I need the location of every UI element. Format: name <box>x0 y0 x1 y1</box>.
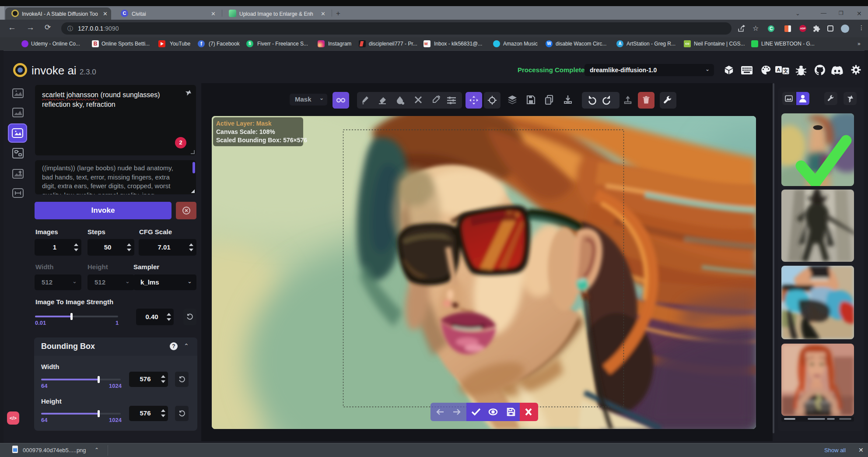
svg-text:文: 文 <box>783 68 788 74</box>
svg-text:A: A <box>777 67 780 72</box>
